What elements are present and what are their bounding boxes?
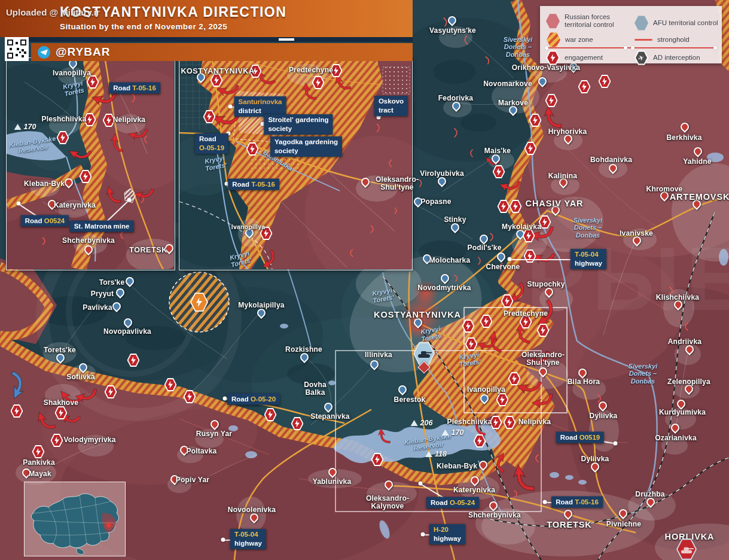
- qr-code: [5, 37, 29, 61]
- legend-divider: [546, 47, 716, 48]
- map-screenshot: РЫБАРЬ: [0, 0, 729, 560]
- channel-handle: @RYBAR: [56, 45, 110, 59]
- legend-item-war-zone: war zone: [547, 32, 593, 47]
- legend-item-russian-control: Russian forces territorial control: [546, 13, 614, 29]
- legend-label: AD interception: [653, 54, 700, 62]
- legend-item-engagement: engagement: [546, 50, 603, 65]
- inset-left-background: [7, 58, 174, 269]
- legend-item-stronghold: stronghold: [635, 36, 690, 44]
- ad-interception-swatch: ✈: [635, 50, 648, 65]
- telegram-icon: [38, 46, 50, 59]
- map-legend: Russian forces territorial control AFU t…: [540, 6, 722, 63]
- inset-center-background: [179, 58, 411, 269]
- ukraine-minimap: [24, 482, 126, 556]
- legend-label: engagement: [565, 54, 603, 62]
- legend-label: AFU territorial control: [653, 19, 718, 27]
- legend-label: war zone: [565, 36, 593, 44]
- inset-map-kleban-byk: [6, 57, 175, 270]
- legend-item-afu-control: AFU territorial control: [635, 16, 718, 31]
- title-banner: KOSTYANTYNIVKA DIRECTION Situation by th…: [0, 0, 413, 37]
- legend-item-ad-interception: ✈ AD interception: [635, 50, 700, 65]
- map-subtitle: Situation by the end of November 2, 2025: [60, 22, 413, 31]
- legend-label: Russian forces territorial control: [565, 13, 614, 29]
- russian-control-swatch: [546, 14, 560, 29]
- war-zone-swatch: [547, 32, 560, 47]
- inset-map-kostyantynivka-east: [179, 57, 413, 270]
- uploader-watermark: Uploaded @ Military.ir: [6, 7, 100, 17]
- banner-divider: [28, 37, 413, 42]
- map-title: KOSTYANTYNIVKA DIRECTION: [60, 4, 413, 20]
- rybar-channel-bar[interactable]: @RYBAR: [31, 43, 413, 61]
- afu-control-swatch: [635, 16, 648, 31]
- stronghold-swatch: [635, 39, 652, 41]
- legend-label: stronghold: [657, 36, 690, 44]
- engagement-swatch: [546, 50, 560, 65]
